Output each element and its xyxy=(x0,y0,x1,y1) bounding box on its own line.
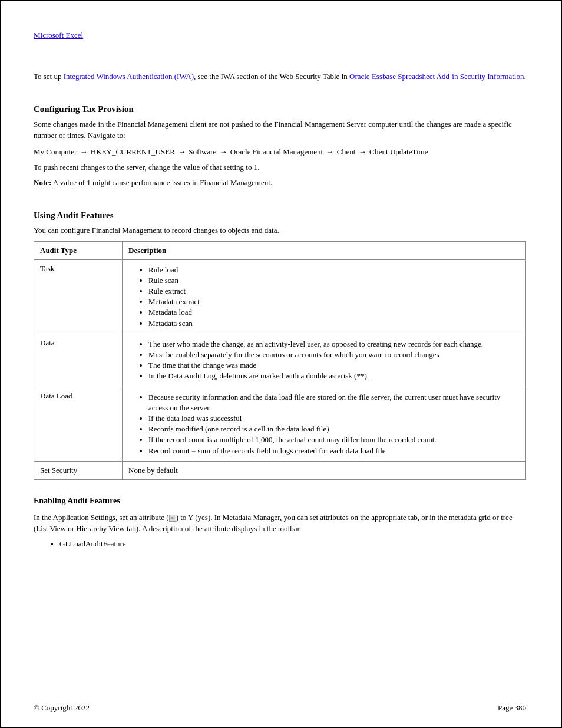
list-item: Rule load xyxy=(148,265,520,275)
col-description: Description xyxy=(123,241,526,259)
audit-type-cell: Data Load xyxy=(34,387,123,461)
attribute-list: GLLoadAuditFeature xyxy=(34,539,526,549)
list-item: The time that the change was made xyxy=(148,360,520,371)
table-row: Task Rule load Rule scan Rule extract Me… xyxy=(34,259,526,334)
copyright: © Copyright 2022 xyxy=(34,703,90,713)
audit-desc-cell: The user who made the change, as an acti… xyxy=(123,334,526,387)
arrow-icon: → xyxy=(358,147,368,157)
audit-desc-cell: Rule load Rule scan Rule extract Metadat… xyxy=(123,259,526,334)
heading-enabling-audit: Enabling Audit Features xyxy=(34,495,526,507)
table-row: Set Security None by default xyxy=(34,461,526,479)
list-item: GLLoadAuditFeature xyxy=(59,539,526,549)
iwa-paragraph: To set up Integrated Windows Authenticat… xyxy=(34,71,526,82)
list-item: In the Data Audit Log, deletions are mar… xyxy=(148,371,520,381)
arrow-icon: → xyxy=(79,147,89,157)
list-item: Because security information and the dat… xyxy=(148,392,520,413)
table-row: Data The user who made the change, as an… xyxy=(34,334,526,387)
col-audit-type: Audit Type xyxy=(34,241,123,259)
list-item: Record count = sum of the records field … xyxy=(148,446,520,456)
list-item: Rule scan xyxy=(148,275,520,286)
audit-intro: You can configure Financial Management t… xyxy=(34,225,526,236)
top-links: Microsoft Excel To set up Integrated Win… xyxy=(34,30,526,82)
heading-audit: Using Audit Features xyxy=(34,209,526,222)
list-item: Records modified (one record is a cell i… xyxy=(148,424,520,434)
registry-path: My Computer → HKEY_CURRENT_USER → Softwa… xyxy=(34,147,526,157)
list-item: If the data load was successful xyxy=(148,413,520,424)
list-item: Metadata scan xyxy=(148,318,520,329)
audit-table: Audit Type Description Task Rule load Ru… xyxy=(34,241,526,480)
arrow-icon: → xyxy=(177,147,187,157)
arrow-icon: → xyxy=(325,147,335,157)
audit-desc-cell: Because security information and the dat… xyxy=(123,387,526,461)
heading-configuring: Configuring Tax Provision xyxy=(34,103,526,116)
list-item: Metadata extract xyxy=(148,297,520,307)
link-oracle-security[interactable]: Oracle Essbase Spreadsheet Add-in Securi… xyxy=(349,72,524,81)
link-excel[interactable]: Microsoft Excel xyxy=(34,31,83,39)
audit-type-cell: Task xyxy=(34,259,123,334)
list-item: The user who made the change, as an acti… xyxy=(148,339,520,350)
audit-type-cell: Data xyxy=(34,334,123,387)
list-item: Rule extract xyxy=(148,286,520,297)
list-item: Metadata load xyxy=(148,307,520,318)
arrow-icon: → xyxy=(219,147,229,157)
config-paragraph-1: Some changes made in the Financial Manag… xyxy=(34,119,526,140)
list-item: Must be enabled separately for the scena… xyxy=(148,350,520,360)
audit-desc-cell: None by default xyxy=(123,461,526,479)
attribute-icon: ≡ xyxy=(169,515,176,522)
audit-type-cell: Set Security xyxy=(34,461,123,479)
link-iwa[interactable]: Integrated Windows Authentication (IWA) xyxy=(64,72,194,81)
page-number: Page 380 xyxy=(498,703,526,713)
config-note: Note: A value of 1 might cause performan… xyxy=(34,177,526,188)
note-label: Note: xyxy=(34,178,51,187)
page-footer: © Copyright 2022 Page 380 xyxy=(1,703,561,713)
enabling-paragraph: In the Application Settings, set an attr… xyxy=(34,512,526,533)
config-paragraph-2: To push recent changes to the server, ch… xyxy=(34,162,526,173)
table-row: Data Load Because security information a… xyxy=(34,387,526,461)
list-item: If the record count is a multiple of 1,0… xyxy=(148,434,520,445)
